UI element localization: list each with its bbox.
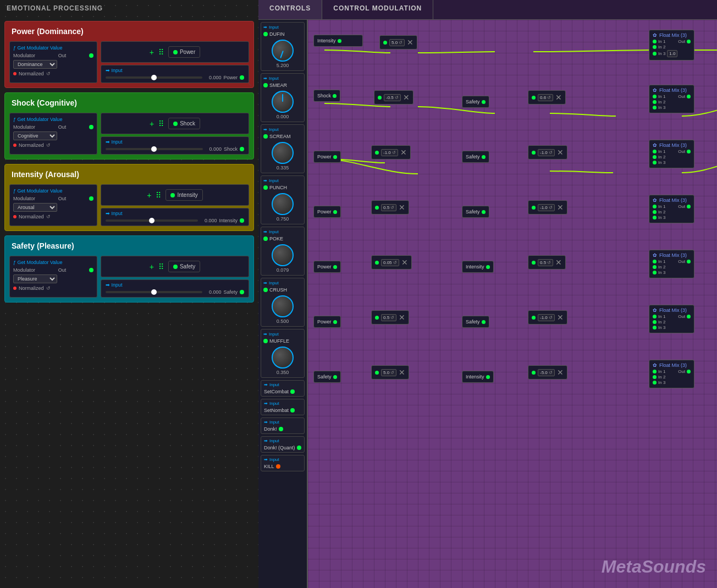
cognitive-output-node: Shock	[168, 118, 200, 129]
scream-dot	[263, 134, 268, 139]
cognitive-resize[interactable]: ⟍	[247, 152, 252, 158]
control-muffle: ➡ Input MUFFLE 0.350	[261, 329, 305, 378]
smear-knob-container: 0.000	[263, 90, 302, 119]
intensity-node-dufin: Intensity	[313, 35, 363, 47]
punch-dot	[263, 185, 268, 190]
punch-knob-container: 0.750	[263, 192, 302, 222]
cognitive-add-node: + ⠿ Shock	[101, 113, 249, 134]
poke-val1[interactable]: 0.05↺	[381, 259, 399, 266]
pleasure-select[interactable]: Pleasure	[13, 274, 57, 283]
control-kill: ➡ Input KILL	[261, 455, 305, 471]
content-row: ➡ Input DUFIN 5.200	[258, 20, 717, 588]
cognitive-select[interactable]: Cognitive	[13, 131, 57, 140]
control-punch: ➡ Input PUNCH 0.750	[261, 175, 305, 224]
dominance-out-dot	[89, 53, 93, 58]
kill-dot	[276, 464, 280, 469]
multiply-scream2: -1.0↺ ✕	[528, 145, 567, 160]
float-mix-muffle: ✿ Float Mix (3) In 1 Out In 2	[649, 360, 694, 388]
smear-dot	[263, 83, 268, 87]
float-mix-smear: ✿ Float Mix (3) In 1 Out In 2	[649, 85, 694, 113]
multiply-punch: 0.5↺ ✕	[371, 200, 409, 215]
dufin-knob-container: 5.200	[263, 39, 302, 68]
dominance-dots-icon: ⠿	[158, 48, 164, 57]
pleasure-slider-box: ➡ Input 0.000 Safety	[101, 279, 249, 298]
scream-knob-container: 0.335	[263, 141, 302, 171]
tab-control-modulation[interactable]: CONTROL MODULATION	[322, 0, 433, 19]
punch-val1[interactable]: 0.5↺	[381, 204, 396, 211]
muffle-val2[interactable]: -5.0↺	[538, 369, 555, 376]
float-mix-dufin: ✿ Float Mix (3) In 1 Out In 2	[649, 30, 694, 61]
poke-knob[interactable]	[272, 244, 294, 266]
arousal-select[interactable]: Arousal	[13, 203, 57, 212]
control-smear: ➡ Input SMEAR 0.000	[261, 73, 305, 122]
multiply-crush: 0.5↺ ✕	[371, 310, 409, 325]
multiply-smear2: 0.6↺ ✕	[528, 90, 566, 105]
multiply-muffle2: -5.0↺ ✕	[528, 365, 567, 380]
punch-knob[interactable]	[272, 193, 294, 215]
cognitive-slider[interactable]	[106, 148, 203, 150]
pleasure-slider[interactable]	[106, 291, 202, 293]
muffle-knob[interactable]	[272, 347, 294, 369]
crush-knob-container: 0.500	[263, 294, 302, 324]
smear-val1[interactable]: -0.5↺	[384, 94, 401, 101]
arousal-resize[interactable]: ⟍	[247, 224, 252, 229]
dufin-val1[interactable]: 5.0↺	[389, 39, 405, 46]
crush-val1[interactable]: 0.5↺	[381, 314, 396, 321]
pleasure-resize[interactable]: ⟍	[247, 295, 252, 301]
main-container: EMOTIONAL PROCESSING Power (Dominance) ƒ…	[0, 0, 717, 588]
safety-node-punch: Safety	[462, 206, 489, 218]
cognitive-slider-box: ➡ Input 0.000 Shock	[101, 136, 249, 155]
control-crush: ➡ Input CRUSH 0.500	[261, 278, 305, 327]
dominance-slider[interactable]	[106, 76, 202, 79]
dufin-value: 5.200	[277, 63, 289, 68]
scream-value: 0.335	[277, 165, 289, 171]
crush-value: 0.500	[277, 318, 289, 324]
pleasure-add-node: + ⠿ Safety	[101, 256, 249, 277]
safety-node-crush: Safety	[462, 316, 489, 328]
scream-val1[interactable]: -1.0↺	[381, 149, 398, 156]
poke-dot	[263, 237, 268, 241]
multiply-poke: 0.05↺ ✕	[371, 255, 412, 270]
dominance-modulator-box: ƒ Get Modulator Value Modulator Out Domi…	[9, 41, 97, 83]
poke-knob-container: 0.079	[263, 243, 302, 273]
cognitive-middle: + ⠿ Shock ➡ Input 0.000	[101, 113, 249, 155]
dufin-knob[interactable]	[272, 40, 294, 62]
dufin-in3[interactable]: 1.0	[667, 50, 677, 57]
intensity-node-poke: Intensity	[462, 261, 494, 273]
punch-val2[interactable]: -1.0↺	[538, 204, 555, 211]
smear-knob[interactable]	[272, 91, 294, 113]
crush-val2[interactable]: -1.0↺	[538, 314, 555, 321]
modulation-area: Intensity 5.0↺ ✕ ✿	[308, 20, 717, 588]
tab-controls[interactable]: CONTROLS	[258, 0, 322, 19]
scream-val2[interactable]: -1.0↺	[538, 149, 555, 156]
control-poke: ➡ Input POKE 0.079	[261, 227, 305, 276]
controls-panel: ➡ Input DUFIN 5.200	[258, 20, 308, 588]
arousal-slider-box: ➡ Input 0.000 Intensity	[101, 208, 249, 226]
arousal-modulator-box: ƒ Get Modulator Value Modulator Out Arou…	[9, 184, 97, 226]
control-setcombat: ➡ Input SetCombat	[261, 380, 305, 397]
poke-val2[interactable]: 0.5↺	[538, 259, 553, 266]
cognitive-modulator-title: ƒ Get Modulator Value	[13, 117, 93, 122]
smear-val2[interactable]: 0.6↺	[538, 94, 553, 101]
crush-knob[interactable]	[272, 295, 294, 317]
power-node-punch: Power	[313, 206, 341, 218]
muffle-value: 0.350	[277, 370, 289, 375]
multiply-punch2: -1.0↺ ✕	[528, 200, 567, 215]
crush-dot	[263, 288, 268, 292]
dominance-select[interactable]: Dominance	[13, 60, 57, 69]
muffle-val1[interactable]: 5.0↺	[381, 369, 396, 376]
arousal-slider[interactable]	[106, 219, 198, 222]
dominance-resize[interactable]: ⟍	[247, 81, 252, 86]
pleasure-modulator-box: ƒ Get Modulator Value Modulator Out Plea…	[9, 256, 97, 298]
metasound-label: MetaSounds	[602, 557, 706, 577]
muffle-dot	[263, 339, 268, 343]
multiply-dufin: 5.0↺ ✕	[379, 35, 417, 50]
cognitive-modulator-box: ƒ Get Modulator Value Modulator Out Cogn…	[9, 113, 97, 155]
poke-value: 0.079	[277, 267, 289, 273]
punch-value: 0.750	[277, 216, 289, 222]
scream-knob[interactable]	[272, 142, 294, 164]
float-mix-punch: ✿ Float Mix (3) In 1 Out In 2	[649, 195, 694, 223]
arousal-add-node: + ⠿ Intensity	[101, 184, 249, 206]
pleasure-title: Safety (Pleasure)	[9, 240, 249, 251]
intensity-node-muffle: Intensity	[462, 371, 494, 383]
